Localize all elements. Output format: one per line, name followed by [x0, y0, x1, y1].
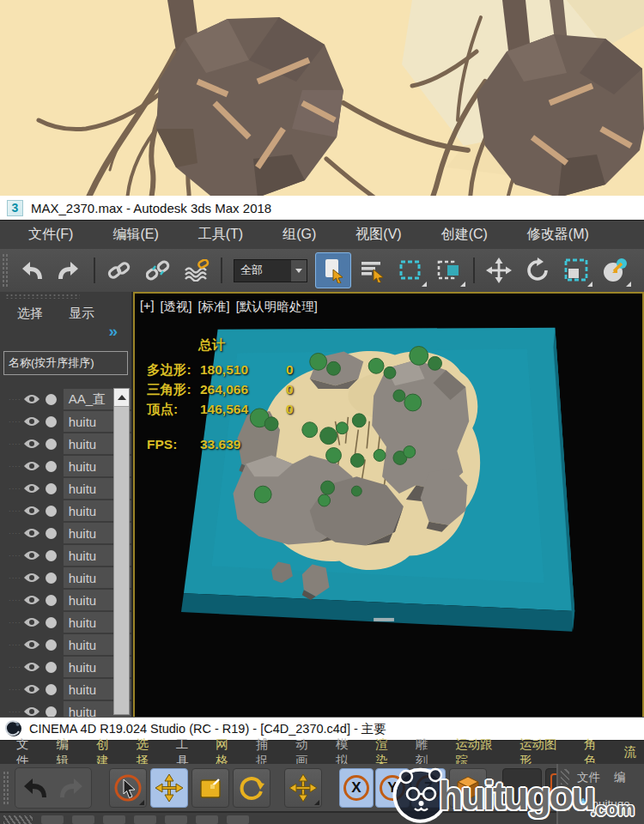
object-manager-menu-item[interactable]: 编 [614, 770, 626, 785]
layer-row[interactable]: huitu [0, 477, 131, 500]
max-menu-item[interactable]: 组(G) [264, 222, 334, 247]
c4d-redo-button[interactable] [53, 768, 91, 808]
layer-row[interactable]: huitu [0, 410, 131, 433]
layer-dot-icon[interactable] [46, 439, 57, 450]
visibility-eye-icon[interactable] [23, 482, 40, 494]
visibility-eye-icon[interactable] [23, 661, 40, 673]
dropdown-arrow-icon[interactable] [291, 260, 307, 282]
object-tree-item[interactable]: ├ huituge [558, 785, 644, 810]
layer-dot-icon[interactable] [46, 639, 57, 651]
select-object-button[interactable] [315, 252, 351, 288]
c4d-menu-item[interactable]: 流 [617, 744, 644, 760]
live-selection-button[interactable] [109, 768, 147, 808]
layer-dot-icon[interactable] [46, 506, 57, 517]
object-manager-drag-handle[interactable] [561, 769, 569, 785]
axis-lock-button[interactable]: Z [411, 768, 446, 808]
object-manager-menu-item[interactable]: 文件 [577, 770, 600, 785]
mode-toolbar-button[interactable] [103, 815, 125, 824]
layer-dot-icon[interactable] [46, 394, 57, 405]
c4d-undo-button[interactable] [15, 768, 53, 808]
panel-tab[interactable]: 选择 [17, 306, 43, 322]
scroll-up-button[interactable] [114, 389, 129, 407]
mode-toolbar-button[interactable] [72, 815, 94, 824]
move-tool-button[interactable] [150, 768, 188, 808]
layer-row[interactable]: huitu [0, 589, 131, 611]
layer-dot-icon[interactable] [46, 617, 57, 628]
layer-dot-icon[interactable] [46, 573, 57, 584]
layer-dot-icon[interactable] [46, 595, 57, 606]
visibility-eye-icon[interactable] [23, 572, 40, 584]
selection-filter-dropdown[interactable]: 全部 [234, 259, 307, 282]
max-menu-item[interactable]: 文件(F) [10, 222, 91, 247]
layer-dot-icon[interactable] [46, 528, 57, 539]
visibility-eye-icon[interactable] [23, 683, 40, 695]
visibility-eye-icon[interactable] [23, 527, 40, 539]
unlink-selection-button[interactable] [140, 252, 176, 288]
visibility-eye-icon[interactable] [23, 549, 40, 561]
visibility-eye-icon[interactable] [23, 438, 40, 450]
coordinate-system-button[interactable] [449, 768, 487, 808]
layer-dot-icon[interactable] [46, 662, 57, 673]
layer-row[interactable]: huitu [0, 500, 131, 522]
mode-toolbar-button[interactable] [134, 815, 156, 824]
layer-row[interactable]: huitu [0, 611, 131, 633]
visibility-eye-icon[interactable] [23, 594, 40, 606]
mode-toolbar-button[interactable] [41, 815, 64, 824]
mode-toolbar-button[interactable] [165, 815, 187, 824]
undo-button[interactable] [13, 252, 49, 288]
rotate-tool-button[interactable] [233, 768, 270, 808]
scale-tool-button[interactable] [191, 768, 229, 808]
visibility-eye-icon[interactable] [23, 415, 40, 427]
redo-button[interactable] [52, 252, 88, 288]
viewport-header-item[interactable]: [默认明暗处理] [236, 299, 318, 315]
visibility-eye-icon[interactable] [23, 460, 40, 472]
mode-toolbar-drag-handle[interactable] [3, 815, 33, 824]
layer-row[interactable]: huitu [0, 656, 131, 678]
max-menu-item[interactable]: 创建(C) [423, 222, 506, 247]
mode-toolbar-button[interactable] [227, 815, 249, 824]
layer-dot-icon[interactable] [46, 461, 57, 472]
layer-row[interactable]: huitu [0, 433, 131, 455]
layer-dot-icon[interactable] [46, 550, 57, 561]
visibility-eye-icon[interactable] [23, 505, 40, 517]
visibility-eye-icon[interactable] [23, 393, 40, 405]
layer-row[interactable]: huitu [0, 544, 131, 566]
bind-to-spacewarp-button[interactable] [179, 252, 215, 288]
snap-toggle-button[interactable] [597, 252, 633, 288]
viewport-header-item[interactable]: [+] [140, 299, 155, 315]
layer-row[interactable]: huitu [0, 455, 131, 477]
panel-tab[interactable]: 显示 [69, 306, 94, 322]
window-crossing-button[interactable] [431, 252, 467, 288]
layer-dot-icon[interactable] [46, 706, 57, 718]
max-menu-item[interactable]: 视图(V) [337, 222, 419, 247]
viewport-header-item[interactable]: [透视] [161, 299, 192, 315]
panel-expand-chevron[interactable]: » [0, 322, 131, 339]
toolbar-drag-handle[interactable] [2, 253, 8, 288]
visibility-eye-icon[interactable] [23, 639, 40, 651]
rectangular-selection-region-button[interactable] [392, 252, 428, 288]
select-and-rotate-button[interactable] [519, 252, 556, 288]
select-and-link-button[interactable] [101, 252, 137, 288]
layer-row[interactable]: huitu [0, 700, 131, 717]
list-sort-header[interactable]: 名称(按升序排序) [3, 351, 128, 375]
max-menu-item[interactable]: 工具(T) [180, 222, 261, 247]
layer-dot-icon[interactable] [46, 416, 57, 427]
select-and-move-button[interactable] [481, 252, 517, 288]
render-view-button[interactable] [502, 768, 542, 808]
layer-row[interactable]: huitu [0, 678, 131, 700]
layer-row[interactable]: huitu [0, 522, 131, 544]
c4d-toolbar-drag-handle[interactable] [3, 771, 9, 805]
last-tool-button[interactable] [284, 768, 322, 808]
axis-lock-button[interactable]: Y [375, 768, 410, 808]
viewport-header-item[interactable]: [标准] [198, 299, 230, 315]
layer-row[interactable]: AA_直 [0, 388, 131, 410]
max-menu-item[interactable]: 编辑(E) [94, 222, 176, 247]
select-and-scale-button[interactable] [558, 252, 594, 288]
layer-row[interactable]: huitu [0, 633, 131, 656]
perspective-viewport[interactable]: [+][透视][标准][默认明暗处理] 总计 多边形: 180,510 0 三角… [133, 292, 644, 717]
max-menu-item[interactable]: 修改器(M) [509, 222, 607, 247]
select-by-name-button[interactable] [354, 252, 390, 288]
axis-lock-button[interactable]: X [339, 768, 374, 808]
layer-dot-icon[interactable] [46, 483, 57, 494]
layer-row[interactable]: huitu [0, 566, 131, 589]
